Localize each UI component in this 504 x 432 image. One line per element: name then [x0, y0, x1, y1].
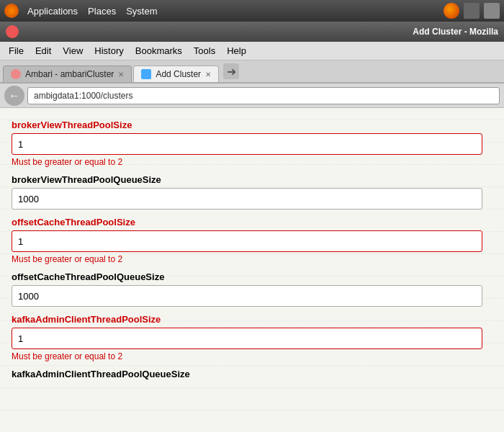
- browser-titlebar: Add Cluster - Mozilla: [0, 22, 504, 42]
- input-kafkaAdminClientThreadPoolSize[interactable]: [12, 328, 482, 349]
- field-group-offsetCacheThreadPoolSize: offsetCacheThreadPoolSize Must be greate…: [12, 217, 482, 264]
- field-group-kafkaAdminClientThreadPoolSize: kafkaAdminClientThreadPoolSize Must be g…: [12, 314, 482, 361]
- tab-ambari-label: Ambari - ambariCluster: [25, 69, 114, 79]
- input-offsetCacheThreadPoolSize[interactable]: [12, 230, 482, 252]
- tab-add-cluster[interactable]: Add Cluster ✕: [133, 66, 219, 82]
- back-button[interactable]: ←: [4, 86, 24, 106]
- field-group-brokerViewThreadPoolSize: brokerViewThreadPoolSize Must be greater…: [12, 120, 482, 167]
- menu-tools[interactable]: Tools: [188, 43, 221, 58]
- taskbar-applications[interactable]: Applications: [23, 4, 82, 18]
- input-brokerViewThreadPoolQueueSize[interactable]: [12, 188, 482, 210]
- input-offsetCacheThreadPoolQueueSize[interactable]: [12, 285, 482, 307]
- browser-menubar: File Edit View History Bookmarks Tools H…: [0, 42, 504, 60]
- browser-title: Add Cluster - Mozilla: [24, 27, 498, 37]
- label-offsetCacheThreadPoolSize: offsetCacheThreadPoolSize: [12, 217, 482, 228]
- tab-ambari[interactable]: Ambari - ambariCluster ✕: [3, 66, 132, 82]
- tab-add-cluster-icon: [141, 69, 151, 79]
- field-group-kafkaAdminClientThreadPoolQueueSize: kafkaAdminClientThreadPoolQueueSize: [12, 369, 482, 379]
- firefox-title-icon: [6, 25, 19, 38]
- error-offsetCacheThreadPoolSize: Must be greater or equal to 2: [12, 254, 482, 264]
- menu-edit[interactable]: Edit: [30, 43, 57, 58]
- label-brokerViewThreadPoolQueueSize: brokerViewThreadPoolQueueSize: [12, 174, 482, 185]
- taskbar-btn-2[interactable]: [484, 3, 500, 19]
- firefox-taskbar-icon[interactable]: [444, 3, 459, 19]
- page-content: brokerViewThreadPoolSize Must be greater…: [0, 108, 504, 432]
- tab-add-cluster-label: Add Cluster: [156, 69, 201, 79]
- taskbar-system[interactable]: System: [122, 4, 161, 18]
- url-bar[interactable]: ambigdata1:1000/clusters: [27, 87, 500, 104]
- field-group-brokerViewThreadPoolQueueSize: brokerViewThreadPoolQueueSize: [12, 174, 482, 210]
- label-offsetCacheThreadPoolQueueSize: offsetCacheThreadPoolQueueSize: [12, 271, 482, 282]
- error-brokerViewThreadPoolSize: Must be greater or equal to 2: [12, 157, 482, 167]
- tab-ambari-icon: [11, 69, 21, 79]
- menu-history[interactable]: History: [89, 43, 129, 58]
- new-tab-button[interactable]: ➜: [223, 63, 239, 79]
- label-brokerViewThreadPoolSize: brokerViewThreadPoolSize: [12, 120, 482, 130]
- menu-view[interactable]: View: [57, 43, 89, 58]
- label-kafkaAdminClientThreadPoolSize: kafkaAdminClientThreadPoolSize: [12, 314, 482, 325]
- os-icon: [4, 4, 19, 18]
- taskbar-right: [444, 3, 500, 19]
- menu-file[interactable]: File: [3, 43, 30, 58]
- field-group-offsetCacheThreadPoolQueueSize: offsetCacheThreadPoolQueueSize: [12, 271, 482, 307]
- url-text: ambigdata1:1000/clusters: [34, 91, 132, 101]
- error-kafkaAdminClientThreadPoolSize: Must be greater or equal to 2: [12, 351, 482, 361]
- menu-bookmarks[interactable]: Bookmarks: [130, 43, 188, 58]
- taskbar-menu: Applications Places System: [23, 4, 161, 18]
- tab-add-cluster-close[interactable]: ✕: [205, 71, 211, 78]
- navigation-bar: ← ambigdata1:1000/clusters: [0, 84, 504, 108]
- tab-ambari-close[interactable]: ✕: [118, 71, 124, 78]
- menu-help[interactable]: Help: [221, 43, 252, 58]
- taskbar-btn-1[interactable]: [464, 3, 480, 19]
- label-kafkaAdminClientThreadPoolQueueSize: kafkaAdminClientThreadPoolQueueSize: [12, 369, 482, 379]
- tabs-bar: Ambari - ambariCluster ✕ Add Cluster ✕ ➜: [0, 60, 504, 84]
- os-taskbar: Applications Places System: [0, 0, 504, 22]
- taskbar-places[interactable]: Places: [84, 4, 120, 18]
- input-brokerViewThreadPoolSize[interactable]: [12, 133, 482, 155]
